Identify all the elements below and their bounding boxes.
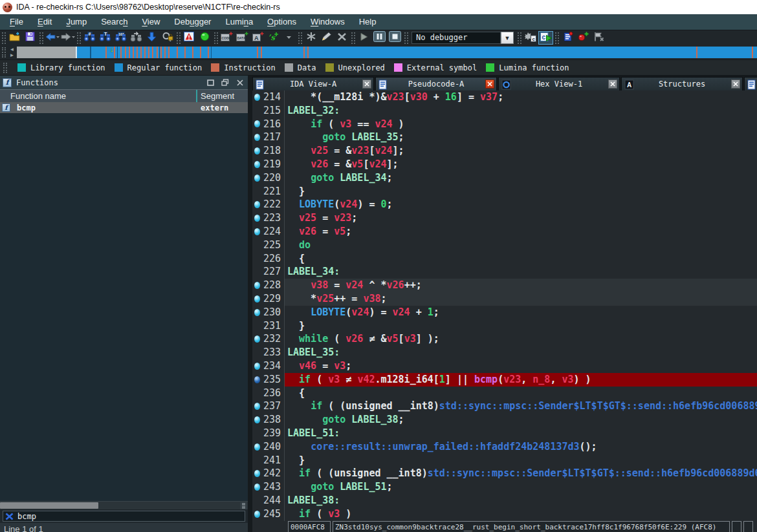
menu-item-file[interactable]: File	[3, 14, 30, 30]
functions-filter-input[interactable]	[3, 511, 245, 522]
code-line-231[interactable]: 231 }	[252, 319, 757, 333]
jump-to-function-button[interactable]	[144, 31, 159, 45]
navigate-back-button[interactable]	[45, 31, 60, 45]
debugger-selector[interactable]: No debugger▼	[411, 32, 514, 44]
code-line-217[interactable]: 217 goto LABEL_35;	[252, 131, 757, 144]
code-line-238[interactable]: 238 goto LABEL_38;	[252, 413, 757, 427]
column-segment[interactable]: Segment	[201, 91, 234, 101]
functions-hscrollbar[interactable]	[0, 501, 248, 509]
code-text[interactable]: v46 = v3;	[285, 359, 757, 373]
code-line-244[interactable]: 244LABEL_38:	[252, 494, 757, 507]
legend-grip[interactable]	[3, 63, 7, 73]
code-line-219[interactable]: 219 v26 = &v5[v24];	[252, 158, 757, 171]
jump-to-address-button[interactable]: #	[82, 31, 97, 45]
patch-bytes-button[interactable]	[303, 31, 318, 45]
code-line-224[interactable]: 224 v26 = v5;	[252, 225, 757, 239]
navband-scroll-buttons[interactable]: ◄ ►	[7, 46, 17, 59]
footer-symbol[interactable]: ZN3std10sys_common9backtrace28__rust_beg…	[333, 521, 730, 532]
attach-to-process-button[interactable]: c	[523, 31, 538, 45]
debug-stop-button[interactable]	[388, 31, 402, 45]
debug-pause-button[interactable]	[372, 31, 387, 45]
code-text[interactable]: v26 = &v5[v24];	[285, 158, 757, 171]
panel-splitter[interactable]	[248, 76, 252, 532]
code-text[interactable]: LOBYTE(v24) = v24 + 1;	[285, 306, 757, 319]
continue-process-button[interactable]: c	[538, 31, 553, 45]
tab-partial[interactable]	[744, 77, 757, 90]
toolbar-grip[interactable]	[404, 32, 408, 44]
code-text[interactable]: LABEL_51:	[285, 427, 757, 440]
debug-start-button[interactable]	[357, 31, 371, 45]
debugger-windows-button[interactable]	[560, 31, 575, 45]
footer-address[interactable]: 0000AFC8	[288, 521, 331, 532]
menu-item-search[interactable]: Search	[94, 14, 135, 30]
pseudocode-view[interactable]: 214 *(__m128i *)&v23[v30 + 16] = v37;215…	[252, 90, 757, 521]
create-name-button[interactable]: A	[250, 31, 265, 45]
hscrollbar-thumb[interactable]	[0, 502, 98, 509]
code-text[interactable]: goto LABEL_35;	[285, 131, 757, 144]
create-string-button[interactable]: ’s	[266, 31, 281, 45]
panel-float-button[interactable]	[220, 78, 230, 87]
show-problems-button[interactable]	[182, 31, 197, 45]
code-text[interactable]: *v25++ = v38;	[285, 292, 757, 306]
code-line-228[interactable]: 228 v38 = v24 ^ *v26++;	[252, 279, 757, 292]
code-line-239[interactable]: 239LABEL_51:	[252, 427, 757, 440]
tab-close-button[interactable]	[485, 80, 494, 89]
code-text[interactable]: LABEL_34:	[285, 265, 757, 279]
tab-close-button[interactable]	[362, 80, 371, 89]
code-text[interactable]: if ( (unsigned __int8)std::sync::mpsc::S…	[285, 467, 757, 480]
code-line-222[interactable]: 222 LOBYTE(v24) = 0;	[252, 198, 757, 211]
code-text[interactable]: LABEL_35:	[285, 346, 757, 359]
toolbar-grip[interactable]	[351, 32, 355, 44]
code-text[interactable]: goto LABEL_38;	[285, 413, 757, 427]
code-line-226[interactable]: 226 {	[252, 252, 757, 266]
code-text[interactable]: }	[285, 185, 757, 198]
open-file-button[interactable]	[7, 31, 22, 45]
jump-to-name-button[interactable]: T	[98, 31, 113, 45]
clear-filter-icon[interactable]	[5, 513, 14, 520]
toolbar-grip[interactable]	[518, 32, 521, 44]
code-text[interactable]: if ( (unsigned __int8)std::sync::mpsc::S…	[285, 399, 757, 413]
code-line-245[interactable]: 245 if ( v3 )	[252, 507, 757, 521]
tab-close-button[interactable]	[608, 80, 617, 89]
menu-item-edit[interactable]: Edit	[30, 14, 59, 30]
toolbar-grip[interactable]	[39, 32, 43, 44]
code-line-234[interactable]: 234 v46 = v3;	[252, 359, 757, 373]
code-text[interactable]: }	[285, 319, 757, 333]
code-line-215[interactable]: 215LABEL_32:	[252, 104, 757, 118]
tracing-options-button[interactable]	[591, 31, 606, 45]
code-text[interactable]: if ( v3 == v24 )	[285, 118, 757, 131]
tab-pseudocode-a[interactable]: Pseudocode-A	[375, 77, 497, 90]
menu-item-help[interactable]: Help	[352, 14, 384, 30]
menu-item-jump[interactable]: Jump	[59, 14, 94, 30]
search-options-button[interactable]	[160, 31, 175, 45]
jump-next-button[interactable]	[129, 31, 144, 45]
code-line-227[interactable]: 227LABEL_34:	[252, 265, 757, 279]
tab-ida-view-a[interactable]: IDA View-A	[252, 77, 374, 90]
code-text[interactable]: LOBYTE(v24) = 0;	[285, 198, 757, 211]
code-line-214[interactable]: 214 *(__m128i *)&v23[v30 + 16] = v37;	[252, 90, 757, 104]
panel-maximize-button[interactable]	[205, 78, 215, 87]
navband-grip[interactable]	[2, 47, 6, 58]
code-text[interactable]: LABEL_32:	[285, 104, 757, 118]
code-line-242[interactable]: 242 if ( (unsigned __int8)std::sync::mps…	[252, 467, 757, 480]
code-text[interactable]: v25 = &v23[v24];	[285, 144, 757, 158]
navband-status-button[interactable]	[197, 31, 212, 45]
toolbar-grip[interactable]	[298, 32, 302, 44]
debugger-selector-dropdown[interactable]: ▼	[501, 32, 514, 44]
toolbar-grip[interactable]	[555, 32, 559, 44]
code-text[interactable]: core::result::unwrap_failed::hfaddf24b24…	[285, 440, 757, 454]
code-line-225[interactable]: 225 do	[252, 239, 757, 252]
toolbar-grip[interactable]	[77, 32, 81, 44]
code-line-216[interactable]: 216 if ( v3 == v24 )	[252, 118, 757, 131]
navigate-forward-button[interactable]	[60, 31, 75, 45]
code-text[interactable]: while ( v26 ≠ &v5[v3] );	[285, 332, 757, 346]
code-text[interactable]: if ( v3 )	[285, 507, 757, 521]
debugger-selector-value[interactable]: No debugger	[411, 32, 501, 44]
menu-item-debugger[interactable]: Debugger	[167, 14, 218, 30]
code-text[interactable]: {	[285, 252, 757, 266]
tab-close-button[interactable]	[731, 80, 740, 89]
code-text[interactable]: v25 = v23;	[285, 211, 757, 225]
toolbar-grip[interactable]	[2, 32, 6, 44]
code-line-223[interactable]: 223 v25 = v23;	[252, 211, 757, 225]
functions-column-header[interactable]: Function name Segment	[0, 89, 248, 102]
